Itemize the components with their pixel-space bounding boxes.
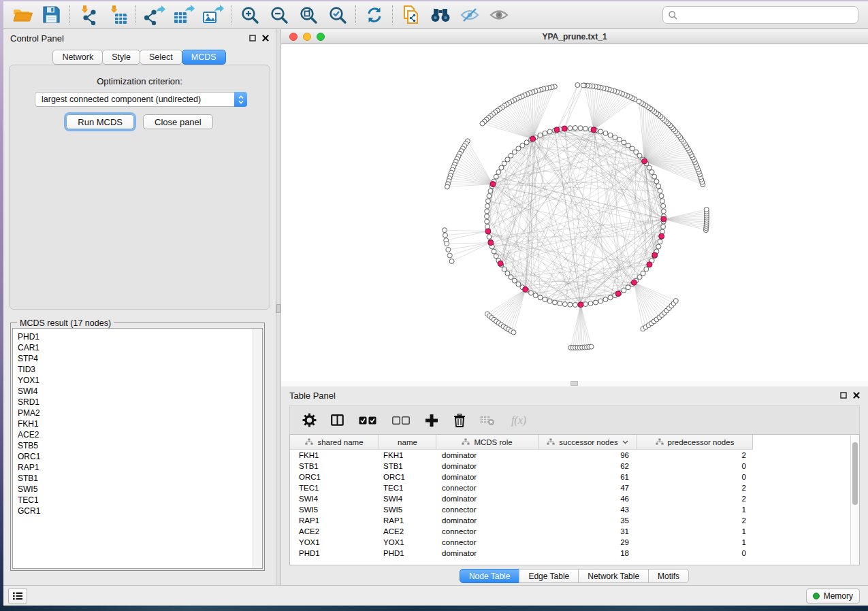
mcds-result-item[interactable]: PMA2: [18, 408, 253, 418]
splitter-handle[interactable]: [570, 381, 578, 386]
table-row[interactable]: ACE2ACE2connector311: [290, 526, 859, 537]
mcds-result-item[interactable]: SWI5: [18, 484, 253, 495]
table-select-all-button[interactable]: [356, 410, 379, 431]
show-all-button[interactable]: [484, 3, 513, 27]
mcds-result-item[interactable]: GCR1: [18, 506, 253, 516]
save-session-button[interactable]: [37, 3, 66, 27]
close-panel-icon[interactable]: [853, 392, 860, 399]
mcds-result-item[interactable]: STB5: [18, 440, 253, 451]
mcds-result-item[interactable]: YOX1: [18, 375, 253, 386]
mcds-result-item[interactable]: SRD1: [18, 397, 253, 408]
mcds-result-item[interactable]: TID3: [18, 364, 253, 375]
zoom-selected-button[interactable]: [323, 3, 352, 27]
search-field[interactable]: [662, 6, 858, 24]
table-cell: 1: [637, 527, 753, 535]
mcds-result-item[interactable]: CAR1: [18, 342, 253, 353]
table-cell: 1: [637, 506, 753, 514]
splitter-handle[interactable]: [276, 304, 280, 313]
table-split-view-button[interactable]: [328, 410, 346, 431]
table-scrollbar[interactable]: [850, 435, 859, 565]
network-canvas[interactable]: [281, 44, 868, 376]
eye-slash-icon: [460, 7, 480, 23]
task-history-button[interactable]: [8, 588, 27, 604]
close-panel-icon[interactable]: [262, 35, 269, 42]
table-row[interactable]: ORC1ORC1dominator610: [290, 472, 859, 482]
table-cell: RAP1: [290, 516, 379, 525]
table-cell: 47: [539, 484, 637, 492]
binoculars-icon: [430, 7, 451, 23]
mcds-result-scrollbar[interactable]: [253, 329, 262, 568]
column-header-shared-name[interactable]: shared name: [290, 435, 379, 450]
export-network-button[interactable]: [140, 3, 169, 27]
zoom-out-button[interactable]: [264, 3, 293, 27]
table-deselect-all-button[interactable]: [389, 410, 413, 431]
column-label: successor nodes: [559, 438, 617, 446]
mcds-result-item[interactable]: ORC1: [18, 451, 253, 462]
import-table-button[interactable]: [103, 3, 132, 27]
tab-mcds[interactable]: MCDS: [182, 50, 226, 65]
mcds-result-item[interactable]: FKH1: [18, 418, 253, 429]
trash-icon: [453, 414, 466, 427]
table-row[interactable]: TEC1TEC1connector472: [290, 482, 859, 493]
close-panel-button[interactable]: Close panel: [143, 114, 213, 129]
zoom-fit-button[interactable]: [293, 3, 323, 27]
column-header-successor-nodes[interactable]: successor nodes: [539, 435, 637, 450]
mcds-result-item[interactable]: SWI4: [18, 386, 253, 397]
export-table-button[interactable]: [169, 3, 198, 27]
export-image-button[interactable]: [198, 3, 227, 27]
hierarchy-icon: [547, 438, 555, 446]
panel-splitter-vertical[interactable]: [276, 29, 281, 585]
mcds-result-listbox[interactable]: PHD1CAR1STP4TID3YOX1SWI4SRD1PMA2FKH1ACE2…: [12, 328, 263, 569]
copy-view-button[interactable]: [396, 3, 425, 27]
table-row[interactable]: FKH1FKH1dominator962: [290, 450, 859, 461]
column-header-name[interactable]: name: [379, 435, 436, 450]
panel-splitter-horizontal[interactable]: [281, 381, 868, 386]
mcds-result-item[interactable]: RAP1: [18, 462, 253, 473]
mcds-result-item[interactable]: STP4: [18, 353, 253, 364]
run-mcds-button[interactable]: Run MCDS: [66, 114, 134, 129]
hierarchy-icon: [462, 438, 470, 446]
table-settings-button[interactable]: [300, 410, 318, 431]
tab-select[interactable]: Select: [140, 50, 182, 65]
table-row[interactable]: STB1STB1dominator620: [290, 461, 859, 472]
zoom-out-icon: [270, 5, 289, 24]
table-cell: FKH1: [379, 451, 436, 459]
column-header-filler: [753, 435, 859, 450]
column-header-mcds-role[interactable]: MCDS role: [436, 435, 539, 450]
mcds-result-item[interactable]: ACE2: [18, 429, 253, 440]
memory-button[interactable]: Memory: [806, 589, 860, 604]
table-function-button[interactable]: f(x): [507, 410, 531, 431]
import-network-button[interactable]: [74, 3, 103, 27]
table-delete-table-button[interactable]: [479, 410, 496, 431]
apply-layout-button[interactable]: [359, 3, 389, 27]
zoom-fit-icon: [299, 5, 318, 24]
optimization-criterion-dropdown[interactable]: largest connected component (undirected): [35, 92, 247, 107]
table-scrollbar-thumb[interactable]: [852, 442, 858, 505]
mcds-result-item[interactable]: PHD1: [18, 331, 253, 342]
mcds-result-item[interactable]: TEC1: [18, 495, 253, 506]
table-delete-button[interactable]: [451, 410, 468, 431]
float-panel-icon[interactable]: [249, 35, 256, 42]
table-row[interactable]: YOX1YOX1connector291: [290, 537, 859, 548]
table-row[interactable]: SWI4SWI4dominator462: [290, 493, 859, 504]
mcds-result-item[interactable]: STB1: [18, 473, 253, 484]
column-header-predecessor-nodes[interactable]: predecessor nodes: [637, 435, 753, 450]
table-row[interactable]: SWI5SWI5connector431: [290, 504, 859, 515]
column-label: name: [398, 438, 417, 446]
first-neighbors-button[interactable]: [425, 3, 455, 27]
table-cell: 2: [637, 516, 753, 525]
delete-table-icon: [480, 415, 495, 426]
search-input[interactable]: [681, 10, 858, 20]
tab-style[interactable]: Style: [102, 50, 140, 65]
table-add-button[interactable]: [423, 410, 440, 431]
table-row[interactable]: RAP1RAP1dominator352: [290, 515, 859, 526]
open-file-button[interactable]: [7, 3, 37, 27]
float-panel-icon[interactable]: [840, 392, 847, 399]
zoom-in-button[interactable]: [235, 3, 264, 27]
hide-selected-button[interactable]: [455, 3, 484, 27]
tab-network[interactable]: Network: [52, 50, 103, 65]
table-cell: 18: [539, 549, 637, 557]
split-view-icon: [331, 414, 344, 426]
table-cell: PHD1: [290, 549, 379, 557]
table-cell: 29: [539, 538, 637, 546]
